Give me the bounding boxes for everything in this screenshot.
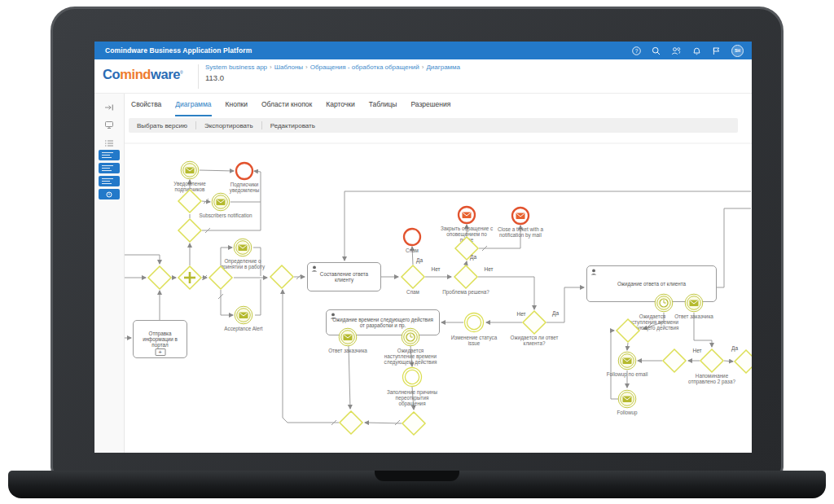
nav-tile-list-1[interactable] [99, 150, 120, 160]
nav-tile-list-2[interactable] [99, 163, 120, 173]
users-icon[interactable] [671, 46, 682, 55]
svg-text:?: ? [635, 47, 639, 53]
select-version-button[interactable]: Выбрать версию [137, 122, 187, 129]
diagram-canvas[interactable] [125, 134, 752, 453]
breadcrumb-item-template[interactable]: Обращения - обработка обращений [310, 64, 419, 71]
app-title: Comindware Business Application Platform [105, 46, 252, 55]
topbar-icon-group: ? SH [632, 42, 744, 59]
export-button[interactable]: Экспортировать [204, 122, 253, 129]
app-header: Comindware® System business app›Шаблоны›… [94, 59, 752, 94]
collapse-arrow-icon[interactable] [104, 100, 114, 115]
bell-icon[interactable] [692, 46, 701, 55]
nav-tile-list-3[interactable] [99, 176, 120, 186]
toolbar-divider [195, 121, 196, 129]
top-navigation-bar: Comindware Business Application Platform… [94, 42, 752, 59]
nav-tile-clock[interactable] [99, 189, 120, 199]
tab-button-areas[interactable]: Области кнопок [261, 94, 312, 116]
search-icon[interactable] [652, 46, 661, 55]
tab-permissions[interactable]: Разрешения [410, 94, 450, 116]
tab-buttons[interactable]: Кнопки [226, 94, 248, 116]
app-window: Comindware Business Application Platform… [94, 42, 752, 453]
laptop-base [8, 471, 826, 498]
breadcrumb-separator: › [422, 64, 424, 71]
logo-text: mind [120, 67, 151, 81]
diagram-toolbar: Выбрать версию Экспортировать Редактиров… [129, 118, 738, 133]
tab-diagram[interactable]: Диаграмма [175, 94, 211, 116]
laptop-base-notch [375, 471, 459, 481]
list-icon[interactable] [104, 136, 114, 151]
breadcrumb-separator: › [305, 64, 308, 71]
tab-tables[interactable]: Таблицы [369, 94, 397, 116]
left-sidebar [94, 94, 125, 453]
avatar[interactable]: SH [731, 45, 744, 57]
registered-mark: ® [180, 70, 182, 75]
comindware-logo[interactable]: Comindware® [103, 67, 182, 82]
monitor-icon[interactable] [104, 118, 114, 133]
logo-text: ware [151, 67, 180, 81]
breadcrumb: System business app›Шаблоны›Обращения - … [205, 64, 460, 71]
flag-icon[interactable] [712, 46, 721, 55]
clock-icon [107, 191, 112, 197]
breadcrumb-separator: › [270, 64, 272, 71]
header-divider [198, 64, 199, 89]
toolbar-divider [261, 121, 262, 129]
template-version: 113.0 [205, 73, 460, 82]
tab-properties[interactable]: Свойства [131, 94, 161, 116]
breadcrumb-item-app[interactable]: System business app [205, 64, 267, 71]
breadcrumb-item-templates[interactable]: Шаблоны [274, 64, 303, 71]
tab-bar: Свойства Диаграмма Кнопки Области кнопок… [131, 94, 450, 116]
help-icon[interactable]: ? [632, 46, 641, 55]
edit-button[interactable]: Редактировать [270, 122, 315, 129]
tab-cards[interactable]: Карточки [326, 94, 354, 116]
laptop-screen-bezel: Comindware Business Application Platform… [50, 7, 784, 476]
breadcrumb-item-diagram[interactable]: Диаграмма [426, 64, 460, 71]
laptop-mockup: Comindware Business Application Platform… [0, 0, 834, 504]
logo-text: Co [103, 67, 120, 81]
